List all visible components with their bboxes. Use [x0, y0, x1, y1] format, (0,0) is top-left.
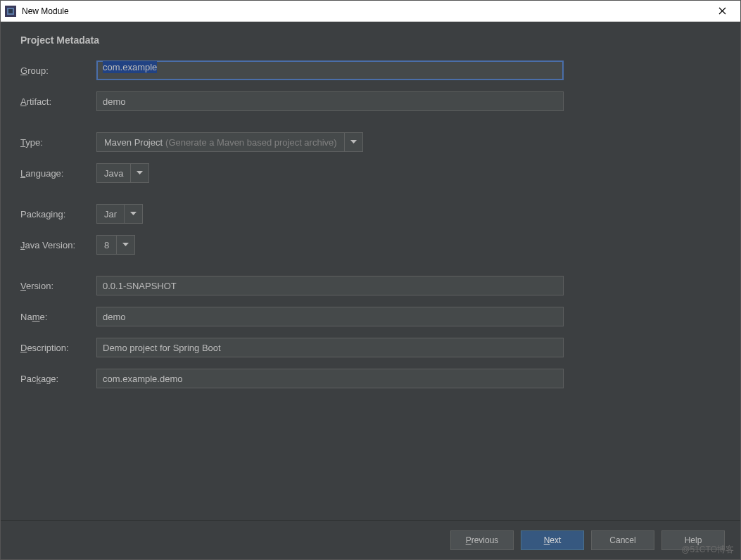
row-name: Name:	[20, 306, 721, 327]
label-name: Name:	[20, 312, 96, 322]
java-version-value: 8	[104, 240, 109, 250]
type-value: Maven Project	[104, 137, 163, 148]
chevron-down-icon	[344, 133, 362, 151]
help-button[interactable]: Help	[661, 530, 725, 550]
row-java-version: Java Version: 8	[20, 234, 721, 255]
description-input[interactable]	[96, 338, 564, 357]
svg-rect-1	[8, 9, 13, 13]
group-input[interactable]: com.example	[96, 61, 564, 80]
close-button[interactable]	[708, 1, 736, 21]
label-group: Group:	[20, 65, 96, 76]
row-language: Language: Java	[20, 163, 721, 184]
row-artifact: Artifact:	[20, 91, 721, 112]
row-package: Package:	[20, 368, 721, 389]
dialog-window: New Module Project Metadata Group: com.e…	[0, 0, 741, 560]
packaging-value: Jar	[104, 209, 117, 219]
titlebar: New Module	[1, 1, 740, 22]
row-version: Version:	[20, 275, 721, 296]
language-dropdown[interactable]: Java	[96, 163, 149, 183]
row-description: Description:	[20, 337, 721, 358]
package-input[interactable]	[96, 369, 564, 388]
packaging-dropdown[interactable]: Jar	[96, 204, 143, 224]
label-version: Version:	[20, 281, 96, 291]
next-button[interactable]: Next	[521, 530, 584, 550]
chevron-down-icon	[116, 236, 134, 254]
type-dropdown[interactable]: Maven Project(Generate a Maven based pro…	[96, 132, 363, 152]
footer: Previous Next Cancel Help	[1, 520, 740, 559]
label-packaging: Packaging:	[20, 209, 96, 219]
language-value: Java	[104, 168, 123, 179]
row-type: Type: Maven Project(Generate a Maven bas…	[20, 132, 721, 153]
previous-button[interactable]: Previous	[450, 530, 514, 550]
label-type: Type:	[20, 137, 96, 148]
label-java-version: Java Version:	[20, 240, 96, 250]
name-input[interactable]	[96, 307, 564, 326]
cancel-button[interactable]: Cancel	[591, 530, 654, 550]
type-hint: (Generate a Maven based project archive)	[165, 137, 337, 148]
java-version-dropdown[interactable]: 8	[96, 235, 135, 255]
row-packaging: Packaging: Jar	[20, 203, 721, 224]
chevron-down-icon	[130, 164, 148, 182]
window-title: New Module	[22, 6, 708, 16]
section-title: Project Metadata	[20, 34, 721, 46]
version-input[interactable]	[96, 276, 564, 295]
artifact-input[interactable]	[96, 91, 564, 111]
app-icon	[5, 6, 16, 17]
label-language: Language:	[20, 168, 96, 179]
chevron-down-icon	[124, 205, 142, 223]
content-area: Project Metadata Group: com.example Arti…	[1, 22, 740, 520]
label-package: Package:	[20, 374, 96, 384]
row-group: Group: com.example	[20, 60, 721, 81]
label-artifact: Artifact:	[20, 96, 96, 107]
label-description: Description:	[20, 343, 96, 353]
